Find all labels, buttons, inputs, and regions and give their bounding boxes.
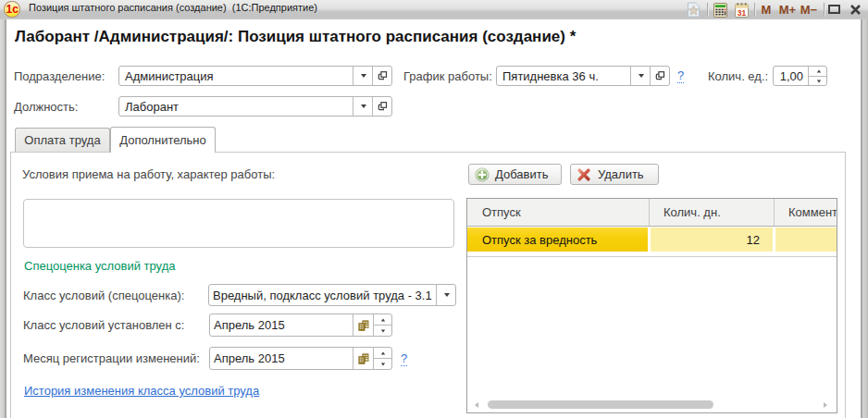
- svg-text:31: 31: [738, 8, 747, 18]
- svg-text:1с: 1с: [6, 3, 19, 16]
